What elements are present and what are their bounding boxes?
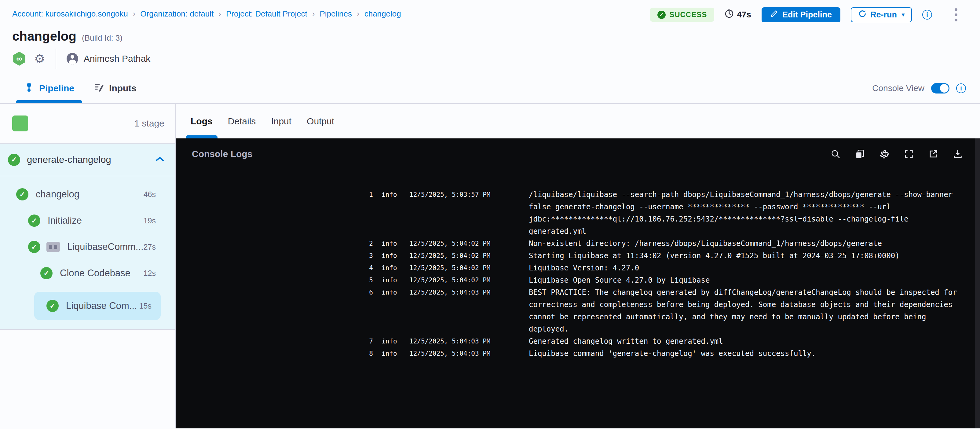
step-row[interactable]: ✓Clone Codebase12s bbox=[0, 260, 175, 286]
edit-pipeline-label: Edit Pipeline bbox=[782, 10, 832, 19]
console-panel: Console Logs 1info12/5/2025, 5:03:57 PM/… bbox=[176, 139, 980, 428]
log-message: Liquibase Version: 4.27.0 bbox=[508, 262, 980, 274]
success-check-icon: ✓ bbox=[16, 188, 29, 201]
step-duration: 46s bbox=[143, 190, 156, 199]
log-tab-input[interactable]: Input bbox=[271, 104, 291, 139]
success-check-icon: ✓ bbox=[40, 267, 52, 279]
log-timestamp: 12/5/2025, 5:04:02 PM bbox=[398, 262, 508, 274]
log-tab-bar: LogsDetailsInputOutput bbox=[176, 104, 980, 139]
console-view-toggle[interactable] bbox=[931, 83, 950, 94]
breadcrumb-separator: › bbox=[312, 9, 315, 19]
step-row[interactable]: ✓Liquibase Com...15s bbox=[34, 292, 161, 320]
fullscreen-icon[interactable] bbox=[903, 148, 915, 160]
log-message: Non-existent directory: /harness/dbops/L… bbox=[508, 238, 980, 250]
rerun-button[interactable]: Re-run ▾ bbox=[851, 7, 912, 22]
stage-summary: 1 stage bbox=[0, 104, 175, 144]
log-timestamp: 12/5/2025, 5:04:03 PM bbox=[398, 348, 508, 360]
log-message: BEST PRACTICE: The changelog generated b… bbox=[508, 286, 980, 335]
tab-inputs[interactable]: Inputs bbox=[94, 73, 137, 103]
chevron-up-icon[interactable] bbox=[155, 156, 164, 163]
log-level: info bbox=[373, 238, 398, 250]
console-view-label: Console View bbox=[872, 83, 924, 93]
copy-icon[interactable] bbox=[854, 148, 866, 160]
success-check-icon: ✓ bbox=[28, 215, 40, 227]
console-view-control: Console View i bbox=[872, 73, 966, 103]
log-line-number: 1 bbox=[364, 188, 373, 238]
duration-label: 47s bbox=[737, 10, 751, 19]
log-message: Liquibase command 'generate-changelog' w… bbox=[508, 348, 980, 360]
log-line-number: 3 bbox=[364, 250, 373, 262]
log-timestamp: 12/5/2025, 5:04:02 PM bbox=[398, 250, 508, 262]
status-badge: ✓ SUCCESS bbox=[650, 8, 714, 22]
success-check-icon: ✓ bbox=[657, 11, 666, 19]
tab-inputs-label: Inputs bbox=[109, 83, 137, 94]
pipeline-execution-page: Account: kurosakiichigo.songoku›Organiza… bbox=[0, 0, 980, 428]
log-timestamp: 12/5/2025, 5:04:03 PM bbox=[398, 286, 508, 335]
module-tab-bar: Pipeline Inputs Console View i bbox=[0, 73, 980, 104]
step-row[interactable]: ✓Initialize19s bbox=[0, 207, 175, 234]
status-label: SUCCESS bbox=[669, 10, 707, 19]
info-icon[interactable]: i bbox=[922, 10, 932, 19]
breadcrumb-item[interactable]: changelog bbox=[364, 9, 401, 19]
log-line-number: 8 bbox=[364, 348, 373, 360]
divider bbox=[56, 49, 56, 69]
breadcrumb-item[interactable]: Pipelines bbox=[320, 9, 352, 19]
breadcrumb-separator: › bbox=[133, 9, 136, 19]
search-icon[interactable] bbox=[830, 148, 841, 160]
edit-pipeline-button[interactable]: Edit Pipeline bbox=[762, 7, 840, 22]
log-tab-logs[interactable]: Logs bbox=[191, 104, 213, 139]
toggle-knob bbox=[940, 84, 948, 92]
download-icon[interactable] bbox=[952, 148, 964, 160]
meta-row: ∞ ⚙ Animesh Pathak bbox=[0, 52, 980, 66]
execution-sidebar: 1 stage ✓ generate-changelog ✓changelog4… bbox=[0, 104, 176, 428]
console-scrollbar[interactable] bbox=[975, 139, 980, 428]
pipeline-settings-icon[interactable]: ⚙ bbox=[34, 53, 45, 65]
log-line-number: 5 bbox=[364, 274, 373, 286]
log-entry: 3info12/5/2025, 5:04:02 PMStarting Liqui… bbox=[176, 250, 980, 262]
log-entry: 2info12/5/2025, 5:04:02 PMNon-existent d… bbox=[176, 238, 980, 250]
stage-header[interactable]: ✓ generate-changelog bbox=[0, 144, 175, 176]
tab-pipeline-label: Pipeline bbox=[39, 83, 74, 94]
step-row[interactable]: ✓changelog46s bbox=[0, 181, 175, 207]
log-entry: 4info12/5/2025, 5:04:02 PMLiquibase Vers… bbox=[176, 262, 980, 274]
success-check-icon: ✓ bbox=[28, 241, 40, 253]
breadcrumb-separator: › bbox=[357, 9, 360, 19]
step-label: Clone Codebase bbox=[60, 268, 130, 279]
settings-icon[interactable] bbox=[878, 148, 890, 160]
log-entry: 8info12/5/2025, 5:04:03 PMLiquibase comm… bbox=[176, 348, 980, 360]
step-group-icon bbox=[46, 242, 60, 252]
ci-module-icon: ∞ bbox=[12, 52, 26, 66]
breadcrumb-item[interactable]: Project: Default Project bbox=[226, 9, 307, 19]
step-label: changelog bbox=[36, 189, 80, 200]
tab-pipeline[interactable]: Pipeline bbox=[24, 73, 74, 103]
step-duration: 27s bbox=[143, 242, 156, 252]
log-timestamp: 12/5/2025, 5:04:02 PM bbox=[398, 274, 508, 286]
step-row[interactable]: ✓LiquibaseComm...27s bbox=[0, 234, 175, 260]
main-panel: LogsDetailsInputOutput Console Logs 1inf… bbox=[176, 104, 980, 428]
title-row: changelog (Build Id: 3) bbox=[0, 29, 980, 44]
step-label: LiquibaseComm... bbox=[67, 241, 143, 252]
caret-down-icon[interactable]: ▾ bbox=[902, 11, 905, 18]
content-area: 1 stage ✓ generate-changelog ✓changelog4… bbox=[0, 104, 980, 428]
log-level: info bbox=[373, 286, 398, 335]
top-bar: Account: kurosakiichigo.songoku›Organiza… bbox=[0, 0, 980, 73]
more-options-button[interactable] bbox=[953, 7, 959, 22]
avatar bbox=[67, 53, 78, 64]
page-title: changelog bbox=[12, 29, 76, 44]
log-tab-details[interactable]: Details bbox=[228, 104, 256, 139]
open-in-new-icon[interactable] bbox=[928, 148, 939, 160]
breadcrumb-item[interactable]: Account: kurosakiichigo.songoku bbox=[12, 9, 128, 19]
build-duration: 47s bbox=[725, 9, 751, 21]
console-actions bbox=[830, 148, 964, 160]
log-line-number: 7 bbox=[364, 335, 373, 348]
step-duration: 12s bbox=[143, 269, 156, 278]
log-level: info bbox=[373, 348, 398, 360]
log-line-number: 6 bbox=[364, 286, 373, 335]
log-timestamp: 12/5/2025, 5:03:57 PM bbox=[398, 188, 508, 238]
stage-status-square[interactable] bbox=[12, 115, 28, 131]
breadcrumb-item[interactable]: Organization: default bbox=[140, 9, 213, 19]
console-view-info-icon[interactable]: i bbox=[956, 83, 966, 93]
log-line-number: 4 bbox=[364, 262, 373, 274]
log-tab-output[interactable]: Output bbox=[307, 104, 334, 139]
log-message: Liquibase Open Source 4.27.0 by Liquibas… bbox=[508, 274, 980, 286]
